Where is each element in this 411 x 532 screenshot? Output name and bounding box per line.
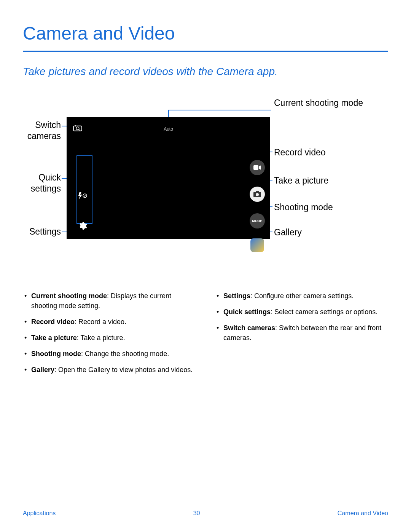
current-mode-label: Auto [164,126,173,132]
camera-diagram: Switch cameras Quick settings Settings C… [23,101,388,253]
svg-rect-4 [253,165,258,170]
take-picture-button[interactable] [250,187,265,202]
shooting-mode-button[interactable]: MODE [250,213,265,228]
switch-camera-icon[interactable] [73,124,83,132]
callout-quick-settings: Quick settings [11,172,61,194]
callout-shooting-mode: Shooting mode [274,202,333,213]
svg-rect-6 [256,191,259,192]
gallery-button[interactable] [250,238,264,252]
svg-point-1 [76,127,79,130]
description-columns: Current shooting mode: Displays the curr… [23,291,388,381]
desc-item: Current shooting mode: Displays the curr… [24,291,196,311]
svg-point-7 [256,193,259,196]
record-video-button[interactable] [250,160,265,175]
footer-left: Applications [23,510,56,517]
callout-record-video: Record video [274,147,326,158]
callout-switch-cameras: Switch cameras [11,120,61,142]
camera-screenshot: Auto MODE [67,117,270,239]
desc-item: Settings: Configure other camera setting… [217,291,388,301]
quick-settings-box[interactable] [76,155,92,224]
footer-page-number: 30 [193,510,200,517]
desc-item: Record video: Record a video. [24,317,196,327]
callout-settings: Settings [11,226,61,237]
desc-item: Take a picture: Take a picture. [24,333,196,343]
description-column-left: Current shooting mode: Displays the curr… [23,291,196,381]
footer-right: Camera and Video [338,510,388,517]
description-column-right: Settings: Configure other camera setting… [215,291,388,381]
leader-line [168,110,271,110]
page-title: Camera and Video [23,23,388,44]
callout-gallery: Gallery [274,227,302,238]
svg-line-3 [84,195,86,197]
page-subtitle: Take pictures and record videos with the… [23,66,388,78]
title-rule [23,51,388,52]
page-footer: Applications 30 Camera and Video [23,510,388,517]
desc-item: Switch cameras: Switch between the rear … [217,323,388,343]
flash-icon[interactable] [78,192,87,201]
desc-item: Shooting mode: Change the shooting mode. [24,349,196,359]
desc-item: Quick settings: Select camera settings o… [217,307,388,317]
desc-item: Gallery: Open the Gallery to view photos… [24,365,196,375]
gear-icon[interactable] [79,222,87,232]
callout-current-mode: Current shooting mode [274,97,365,109]
callout-take-picture: Take a picture [274,175,328,186]
